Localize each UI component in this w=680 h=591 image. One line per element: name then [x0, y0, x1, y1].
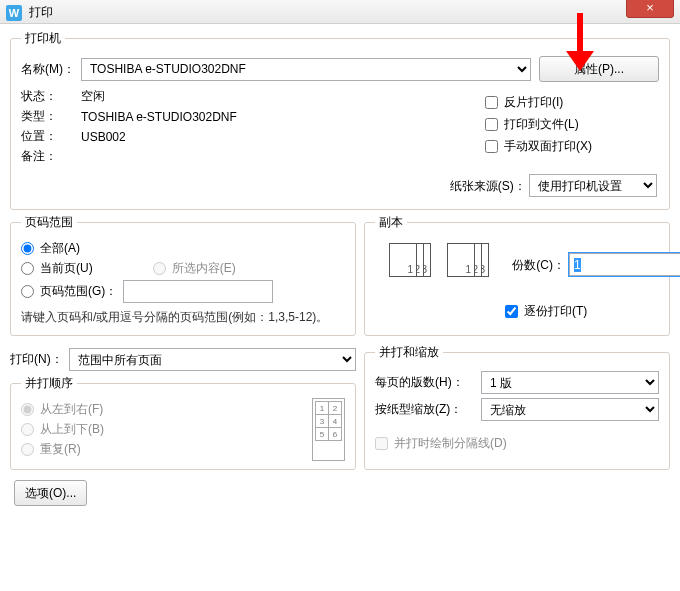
copies-count-input[interactable]	[569, 253, 680, 276]
tofile-check[interactable]: 打印到文件(L)	[485, 116, 659, 133]
order-tb-radio: 从上到下(B)	[21, 421, 312, 438]
close-button[interactable]: ×	[626, 0, 674, 18]
paper-source-label: 纸张来源(S)：	[450, 179, 526, 193]
where-value: USB002	[81, 130, 126, 144]
range-all-radio[interactable]: 全部(A)	[21, 240, 345, 257]
draw-lines-check: 并打时绘制分隔线(D)	[375, 435, 659, 452]
collate-icon	[389, 243, 493, 289]
comment-label: 备注：	[21, 148, 81, 165]
range-current-radio[interactable]: 当前页(U)	[21, 260, 93, 277]
scale-group: 并打和缩放 每页的版数(H)： 1 版 按纸型缩放(Z)： 无缩放 并打时绘制分…	[364, 344, 670, 470]
range-selection-radio: 所选内容(E)	[153, 260, 236, 277]
order-diagram-icon: 123456	[312, 398, 345, 461]
printer-legend: 打印机	[21, 30, 65, 47]
page-range-group: 页码范围 全部(A) 当前页(U) 所选内容(E) 页码范围(G)： 请键入页码…	[10, 214, 356, 336]
status-value: 空闲	[81, 88, 105, 105]
type-label: 类型：	[21, 108, 81, 125]
duplex-check[interactable]: 手动双面打印(X)	[485, 138, 659, 155]
options-button[interactable]: 选项(O)...	[14, 480, 87, 506]
print-what-label: 打印(N)：	[10, 351, 63, 368]
printer-name-select[interactable]: TOSHIBA e-STUDIO302DNF	[81, 58, 531, 81]
reverse-check[interactable]: 反片打印(I)	[485, 94, 659, 111]
range-pages-radio[interactable]: 页码范围(G)：	[21, 280, 345, 303]
print-what-select[interactable]: 范围中所有页面	[69, 348, 356, 371]
scale-to-select[interactable]: 无缩放	[481, 398, 659, 421]
per-page-select[interactable]: 1 版	[481, 371, 659, 394]
where-label: 位置：	[21, 128, 81, 145]
printer-name-label: 名称(M)：	[21, 61, 81, 78]
order-rep-radio: 重复(R)	[21, 441, 312, 458]
collate-check[interactable]: 逐份打印(T)	[505, 303, 659, 320]
copies-group: 副本	[364, 214, 670, 336]
paper-source-select[interactable]: 使用打印机设置	[529, 174, 657, 197]
status-label: 状态：	[21, 88, 81, 105]
range-hint: 请键入页码和/或用逗号分隔的页码范围(例如：1,3,5-12)。	[21, 307, 345, 327]
range-legend: 页码范围	[21, 214, 77, 231]
type-value: TOSHIBA e-STUDIO302DNF	[81, 110, 237, 124]
range-pages-input[interactable]	[123, 280, 273, 303]
per-page-label: 每页的版数(H)：	[375, 374, 475, 391]
scale-to-label: 按纸型缩放(Z)：	[375, 401, 475, 418]
order-legend: 并打顺序	[21, 375, 77, 392]
copies-count-label: 份数(C)：	[512, 257, 565, 274]
order-lr-radio: 从左到右(F)	[21, 401, 312, 418]
scale-legend: 并打和缩放	[375, 344, 443, 361]
window-title: 打印	[29, 5, 53, 19]
copies-legend: 副本	[375, 214, 407, 231]
properties-button[interactable]: 属性(P)...	[539, 56, 659, 82]
print-order-group: 并打顺序 从左到右(F) 从上到下(B) 重复(R) 123456	[10, 375, 356, 470]
app-icon: W	[6, 5, 22, 21]
printer-group: 打印机 名称(M)： TOSHIBA e-STUDIO302DNF 属性(P).…	[10, 30, 670, 210]
